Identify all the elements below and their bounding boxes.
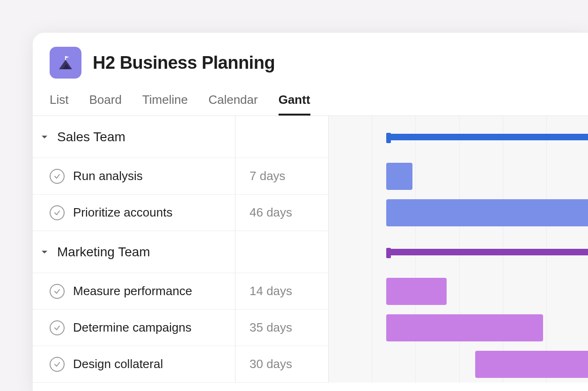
duration-cell — [235, 116, 328, 158]
app-shell: H2 Business Planning ListBoardTimelineCa… — [33, 33, 588, 391]
task-duration: 7 days — [250, 169, 286, 183]
task-name: Determine campaigns — [73, 320, 191, 335]
duration-cell: 35 days — [235, 310, 328, 346]
duration-cell — [235, 231, 328, 273]
duration-cell: 14 days — [235, 273, 328, 310]
tab-timeline[interactable]: Timeline — [142, 93, 188, 116]
project-icon — [50, 47, 81, 79]
check-circle-icon[interactable] — [50, 357, 65, 372]
task-name: Run analysis — [73, 169, 143, 183]
duration-cell: 7 days — [235, 158, 328, 195]
duration-cell: 30 days — [235, 346, 328, 383]
task-name: Measure performance — [73, 284, 192, 298]
project-title: H2 Business Planning — [93, 53, 275, 73]
task-duration: 46 days — [250, 205, 292, 220]
chevron-down-icon — [39, 247, 50, 257]
task-duration: 14 days — [250, 284, 292, 298]
project-header: H2 Business Planning — [33, 33, 588, 79]
check-circle-icon[interactable] — [50, 284, 65, 299]
gantt-content: Sales TeamRun analysisPrioritize account… — [33, 116, 588, 383]
gantt-summary-row — [329, 231, 588, 273]
duration-cell: 46 days — [235, 195, 328, 231]
task-bar[interactable] — [386, 199, 588, 226]
tab-list[interactable]: List — [50, 93, 68, 116]
group-name: Sales Team — [57, 130, 125, 145]
task-name: Prioritize accounts — [73, 205, 172, 220]
check-circle-icon[interactable] — [50, 169, 65, 184]
gantt-summary-row — [329, 116, 588, 158]
task-row[interactable]: Measure performance — [33, 273, 235, 310]
view-tabs: ListBoardTimelineCalendarGantt — [33, 79, 588, 116]
group-header[interactable]: Marketing Team — [33, 231, 235, 273]
task-duration: 35 days — [250, 320, 292, 335]
task-bar[interactable] — [386, 278, 447, 305]
group-header[interactable]: Sales Team — [33, 116, 235, 158]
task-row[interactable]: Run analysis — [33, 158, 235, 195]
tab-calendar[interactable]: Calendar — [208, 93, 258, 116]
tab-board[interactable]: Board — [89, 93, 121, 116]
task-row[interactable]: Prioritize accounts — [33, 195, 235, 231]
task-duration: 30 days — [250, 357, 292, 371]
summary-bar[interactable] — [386, 249, 588, 255]
gantt-task-row — [329, 346, 588, 383]
gantt-chart — [329, 116, 588, 383]
gantt-task-row — [329, 273, 588, 310]
mountain-flag-icon — [56, 53, 75, 72]
task-name-column: Sales TeamRun analysisPrioritize account… — [33, 116, 235, 383]
task-row[interactable]: Determine campaigns — [33, 310, 235, 346]
task-bar[interactable] — [475, 351, 588, 378]
check-circle-icon[interactable] — [50, 320, 65, 335]
gantt-task-row — [329, 310, 588, 346]
gantt-task-row — [329, 158, 588, 195]
duration-column: 7 days46 days14 days35 days30 days — [235, 116, 329, 383]
gantt-rows — [329, 116, 588, 383]
group-name: Marketing Team — [57, 245, 150, 260]
task-row[interactable]: Design collateral — [33, 346, 235, 383]
task-bar[interactable] — [386, 163, 412, 190]
tab-gantt[interactable]: Gantt — [279, 93, 310, 116]
task-bar[interactable] — [386, 314, 543, 341]
summary-bar[interactable] — [386, 134, 588, 140]
check-circle-icon[interactable] — [50, 205, 65, 220]
chevron-down-icon — [39, 132, 50, 142]
task-name: Design collateral — [73, 357, 163, 371]
gantt-task-row — [329, 195, 588, 231]
